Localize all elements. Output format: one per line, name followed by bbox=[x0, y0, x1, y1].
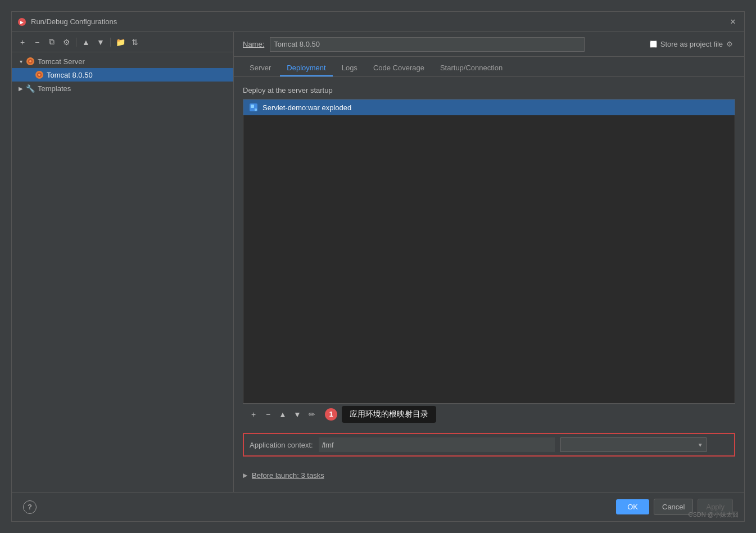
deploy-down-button[interactable]: ▼ bbox=[291, 408, 304, 421]
main-content: + − ⧉ ⚙ ▲ ▼ 📁 ⇅ ▾ bbox=[12, 32, 744, 492]
app-context-section: Application context: ▼ bbox=[243, 433, 735, 457]
left-panel: + − ⧉ ⚙ ▲ ▼ 📁 ⇅ ▾ bbox=[12, 32, 234, 492]
move-up-button[interactable]: ▲ bbox=[80, 36, 92, 48]
sort-button[interactable]: ⇅ bbox=[129, 36, 141, 48]
svg-text:►: ► bbox=[19, 19, 25, 25]
left-toolbar: + − ⧉ ⚙ ▲ ▼ 📁 ⇅ bbox=[12, 32, 233, 52]
svg-point-4 bbox=[29, 60, 31, 62]
deploy-up-button[interactable]: ▲ bbox=[277, 408, 289, 421]
before-launch-label: Before launch: 3 tasks bbox=[252, 471, 324, 480]
name-row: Name: Store as project file ⚙ bbox=[234, 32, 744, 57]
deploy-list: Servlet-demo:war exploded bbox=[243, 99, 735, 404]
tab-logs[interactable]: Logs bbox=[335, 60, 364, 76]
copy-config-button[interactable]: ⧉ bbox=[46, 36, 58, 48]
store-project-label: Store as project file bbox=[660, 40, 723, 48]
title-bar: ► Run/Debug Configurations × bbox=[12, 12, 744, 32]
run-debug-dialog: ► Run/Debug Configurations × + − ⧉ ⚙ ▲ ▼… bbox=[11, 11, 745, 522]
before-launch-row[interactable]: ▶ Before launch: 3 tasks bbox=[243, 468, 735, 483]
toolbar-divider-1 bbox=[76, 38, 76, 47]
tree-item-templates[interactable]: ▶ 🔧 Templates bbox=[12, 82, 233, 95]
folder-button[interactable]: 📁 bbox=[114, 36, 126, 48]
remove-config-button[interactable]: − bbox=[31, 36, 43, 48]
deploy-toolbar: + − ▲ ▼ ✏ 1 应用环境的根映射目录 bbox=[243, 404, 735, 424]
tab-code-coverage[interactable]: Code Coverage bbox=[366, 60, 431, 76]
tab-server[interactable]: Server bbox=[243, 60, 278, 76]
footer-left: ? bbox=[23, 500, 37, 514]
templates-icon: 🔧 bbox=[25, 83, 35, 93]
tree-group-label: Tomcat Server bbox=[38, 57, 85, 66]
name-input[interactable] bbox=[270, 37, 585, 52]
tree-group-tomcat[interactable]: ▾ Tomcat Server bbox=[12, 55, 233, 68]
add-config-button[interactable]: + bbox=[16, 36, 29, 48]
svg-point-7 bbox=[38, 74, 40, 76]
tree-item-label: Tomcat 8.0.50 bbox=[47, 71, 93, 79]
templates-arrow: ▶ bbox=[16, 84, 25, 93]
close-button[interactable]: × bbox=[727, 16, 739, 28]
context-dropdown-wrap: ▼ bbox=[560, 437, 707, 452]
deploy-section-label: Deploy at the server startup bbox=[243, 86, 735, 94]
footer: ? OK Cancel Apply bbox=[12, 492, 744, 521]
settings-config-button[interactable]: ⚙ bbox=[60, 36, 73, 48]
deploy-add-button[interactable]: + bbox=[247, 408, 260, 421]
ok-button[interactable]: OK bbox=[616, 499, 649, 514]
config-tree: ▾ Tomcat Server ▾ bbox=[12, 52, 233, 492]
tabs-bar: Server Deployment Logs Code Coverage Sta… bbox=[234, 57, 744, 77]
app-context-row: Application context: ▼ bbox=[243, 433, 735, 457]
tab-startup-connection[interactable]: Startup/Connection bbox=[433, 60, 509, 76]
panel-body: Deploy at the server startup Servlet-dem… bbox=[234, 77, 744, 492]
tooltip-bubble: 1 应用环境的根映射目录 bbox=[325, 406, 436, 423]
svg-rect-9 bbox=[251, 105, 254, 108]
store-project-row: Store as project file ⚙ bbox=[650, 40, 735, 49]
store-project-checkbox[interactable] bbox=[650, 40, 657, 48]
app-context-label: Application context: bbox=[250, 441, 313, 449]
group-expand-arrow: ▾ bbox=[16, 57, 25, 66]
gear-icon[interactable]: ⚙ bbox=[726, 40, 735, 49]
watermark: CSDN @小妹太囧 bbox=[689, 511, 739, 519]
tomcat-server-icon bbox=[25, 56, 35, 66]
app-context-input[interactable] bbox=[319, 437, 555, 452]
toolbar-divider-2 bbox=[110, 38, 111, 47]
deploy-remove-button[interactable]: − bbox=[262, 408, 274, 421]
app-context-dropdown[interactable] bbox=[560, 437, 707, 452]
tooltip-badge: 1 bbox=[325, 408, 337, 421]
deploy-item[interactable]: Servlet-demo:war exploded bbox=[243, 100, 735, 115]
templates-label: Templates bbox=[38, 84, 71, 93]
tab-deployment[interactable]: Deployment bbox=[280, 60, 332, 76]
svg-rect-10 bbox=[255, 109, 257, 111]
artifact-icon bbox=[249, 103, 258, 112]
move-down-button[interactable]: ▼ bbox=[94, 36, 107, 48]
dialog-title: Run/Debug Configurations bbox=[31, 17, 727, 26]
tooltip-text: 应用环境的根映射目录 bbox=[342, 406, 436, 423]
deploy-item-label: Servlet-demo:war exploded bbox=[262, 103, 351, 112]
before-launch-arrow-icon: ▶ bbox=[243, 472, 247, 479]
app-icon: ► bbox=[17, 17, 26, 26]
deploy-edit-button[interactable]: ✏ bbox=[306, 408, 318, 421]
cancel-button[interactable]: Cancel bbox=[654, 499, 693, 515]
name-label: Name: bbox=[243, 40, 264, 48]
tomcat-instance-icon bbox=[34, 70, 44, 80]
tree-item-tomcat8050[interactable]: ▾ Tomcat 8.0.50 bbox=[12, 68, 233, 82]
right-panel: Name: Store as project file ⚙ Server Dep… bbox=[234, 32, 744, 492]
help-button[interactable]: ? bbox=[23, 500, 37, 514]
